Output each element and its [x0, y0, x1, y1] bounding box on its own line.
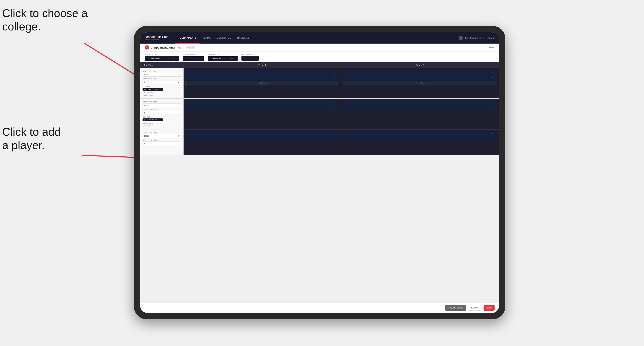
sub-header-left: C Clippd Invitational (Men) Hosting: [145, 45, 195, 50]
player-chevron-icon: ⌄: [494, 133, 496, 135]
course-tag-expand-2[interactable]: ⌄: [160, 119, 162, 121]
starting-time-field-3: STARTING TIME: 10:20 ⏱: [142, 132, 181, 138]
start-type-select[interactable]: 1st Tee Start ⌄: [145, 56, 179, 61]
group-left-2: STARTING TIME: 10:10 ⏱ STARTING HOLE: 1 …: [140, 99, 184, 129]
player-remove-icon[interactable]: ×: [334, 133, 336, 135]
player-row-4-2[interactable]: × ⌄: [343, 106, 497, 111]
starting-time-input-3[interactable]: 10:20 ⏱: [142, 134, 181, 138]
starting-time-input-2[interactable]: 10:10 ⏱: [142, 103, 181, 107]
group-team2-2: × ⌄ × ⌄: [341, 99, 499, 129]
player-row-5-2[interactable]: × ⌄: [185, 137, 339, 141]
player-remove-icon[interactable]: ×: [334, 107, 336, 109]
nav-right: blair@clippd.io | Sign out: [459, 36, 494, 40]
nav-links: TOURNAMENTS TEAMS COMMITTEE RANKINGS: [175, 32, 459, 44]
annotation-bottom-line1: Click to add: [2, 126, 61, 138]
course-tags-2: 🏌 East Lake GC × ⌄: [142, 118, 181, 121]
player-row-3-1[interactable]: × ⌄: [185, 101, 339, 105]
player-chevron-icon: ⌄: [336, 71, 338, 73]
group-row-3: STARTING TIME: 10:20 ⏱ STARTING HOLE: 1 …: [140, 129, 499, 155]
gender-label: (Men): [177, 46, 184, 49]
sign-out-link[interactable]: Sign out: [486, 37, 494, 39]
player-chevron-icon: ⌄: [494, 107, 496, 109]
add-group-btn-2[interactable]: + Add Group: [142, 125, 181, 127]
start-type-group: Start Type 1st Tee Start ⌄: [145, 53, 179, 61]
save-button[interactable]: Save: [484, 305, 494, 311]
group-row-2: STARTING TIME: 10:10 ⏱ STARTING HOLE: 1 …: [140, 99, 499, 129]
add-player-btn-team2-1[interactable]: + Add Player: [343, 81, 497, 85]
player-row-2-1[interactable]: × ⌄: [343, 70, 497, 75]
col-header-team1: Team 1: [184, 62, 341, 68]
player-remove-icon[interactable]: ×: [492, 107, 493, 109]
tournament-name: Clippd Invitational (Men): [151, 46, 184, 49]
player-remove-icon[interactable]: ×: [334, 138, 336, 140]
starting-hole-label-3: STARTING HOLE:: [142, 139, 181, 141]
group-row-1: STARTING TIME: 10:00 ⏱ STARTING HOLE: 1 …: [140, 68, 499, 99]
player-remove-icon[interactable]: ×: [492, 138, 493, 140]
course-field-1: COURSE: (A) Peachtree GC × ⌄: [142, 85, 181, 91]
player-chevron-icon: ⌄: [336, 107, 338, 109]
course-field-2: COURSE: 🏌 East Lake GC × ⌄: [142, 116, 181, 121]
starting-time-field-2: STARTING TIME: 10:10 ⏱: [142, 101, 181, 107]
course-tag-eastlake[interactable]: 🏌 East Lake GC × ⌄: [142, 118, 163, 121]
player-remove-icon[interactable]: ×: [492, 102, 493, 104]
player-remove-icon[interactable]: ×: [334, 102, 336, 104]
player-chevron-icon: ⌄: [336, 77, 338, 79]
player-remove-icon[interactable]: ×: [334, 77, 336, 79]
add-group-btn-1[interactable]: + Add Group: [142, 94, 181, 96]
player-chevron-icon: ⌄: [494, 77, 496, 79]
starting-hole-input-2[interactable]: 1 ⌄: [142, 111, 181, 115]
course-tag-remove[interactable]: ×: [158, 88, 160, 90]
nav-tournaments[interactable]: TOURNAMENTS: [175, 32, 200, 44]
nav-teams[interactable]: TEAMS: [200, 32, 214, 44]
player-remove-icon[interactable]: ×: [492, 133, 493, 135]
cancel-button[interactable]: Cancel: [468, 305, 482, 311]
annotation-top-line1: Click to choose a: [2, 7, 88, 19]
player-row-3-2[interactable]: × ⌄: [185, 106, 339, 111]
course-tags-1: (A) Peachtree GC × ⌄: [142, 88, 181, 91]
player-row-5-1[interactable]: × ⌄: [185, 131, 339, 136]
back-button[interactable]: ‹ Back: [488, 46, 494, 49]
user-email: blair@clippd.io: [465, 37, 481, 39]
brand: SCOREBOARD Powered by clippd: [145, 35, 169, 41]
remove-group-btn-2[interactable]: ○ Remove Group: [142, 123, 181, 125]
player-remove-icon[interactable]: ×: [334, 71, 336, 73]
player-row-4-1[interactable]: × ⌄: [343, 101, 497, 105]
nav-committee[interactable]: COMMITTEE: [214, 32, 234, 44]
annotation-bottom-line2: a player.: [2, 139, 45, 152]
nav-rankings[interactable]: RANKINGS: [234, 32, 252, 44]
tablet-screen: SCOREBOARD Powered by clippd TOURNAMENTS…: [140, 32, 499, 313]
player-remove-icon[interactable]: ×: [492, 71, 493, 73]
course-tag-expand[interactable]: ⌄: [160, 88, 162, 90]
player-row-1-2[interactable]: × ⌄: [185, 75, 339, 80]
tee-scroll-area[interactable]: STARTING TIME: 10:00 ⏱ STARTING HOLE: 1 …: [140, 68, 499, 302]
reset-changes-button[interactable]: Reset Changes: [445, 305, 466, 311]
intervals-group: Intervals 10 Minutes ⏱: [208, 53, 238, 61]
tee-table-header: Tee Time Team 1 Team 2: [140, 62, 499, 68]
player-row-6-1[interactable]: × ⌄: [343, 131, 497, 136]
group-left-3: STARTING TIME: 10:20 ⏱ STARTING HOLE: 1 …: [140, 129, 184, 155]
col-header-tee-time: Tee Time: [140, 62, 184, 68]
group-size-select[interactable]: 3 ⌄: [242, 56, 259, 61]
player-chevron-icon: ⌄: [336, 138, 338, 140]
starting-time-label-3: STARTING TIME:: [142, 132, 181, 134]
player-row-2-2[interactable]: × ⌄: [343, 75, 497, 80]
intervals-select[interactable]: 10 Minutes ⏱: [208, 56, 238, 61]
player-row-6-2[interactable]: × ⌄: [343, 137, 497, 141]
start-type-label: Start Type: [145, 53, 179, 55]
starting-hole-input-3[interactable]: 1 ⌄: [142, 142, 181, 145]
add-player-btn-team1-1[interactable]: + Add Player: [185, 81, 339, 85]
course-tag-remove-2[interactable]: ×: [158, 119, 159, 121]
group-team1-2: × ⌄ × ⌄: [184, 99, 341, 129]
player-row-1-1[interactable]: × ⌄: [185, 70, 339, 75]
starting-time-input-1[interactable]: 10:00 ⏱: [142, 73, 181, 77]
sub-header: C Clippd Invitational (Men) Hosting ‹ Ba…: [140, 44, 499, 52]
tablet-frame: SCOREBOARD Powered by clippd TOURNAMENTS…: [134, 26, 505, 319]
remove-group-btn-1[interactable]: ○ Remove Group: [142, 92, 181, 94]
annotation-top-line2: college.: [2, 20, 41, 33]
starting-time-label-1: STARTING TIME:: [142, 70, 181, 72]
player-remove-icon[interactable]: ×: [492, 77, 493, 79]
starting-hole-input-1[interactable]: 1 ⌄: [142, 80, 181, 84]
start-time-input[interactable]: 10:00 ⏱: [183, 56, 204, 61]
course-label-1: COURSE:: [142, 85, 181, 87]
course-tag-a-peachtree[interactable]: (A) Peachtree GC × ⌄: [142, 88, 163, 91]
